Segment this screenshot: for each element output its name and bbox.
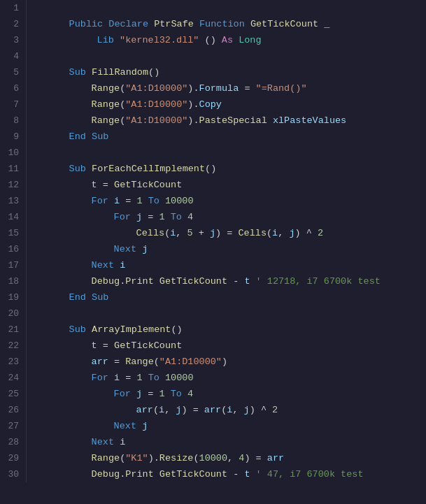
line-num-23: 23 <box>7 354 19 370</box>
code-line-2: Lib "kernel32.dll" () As Long <box>35 16 426 32</box>
line-num-9: 9 <box>7 129 19 145</box>
code-line-8: End Sub <box>35 113 426 129</box>
line-num-10: 10 <box>7 145 19 161</box>
code-line-30: End Sub <box>35 466 426 482</box>
code-editor: 1 2 3 4 5 6 7 8 9 10 11 12 13 14 15 16 1… <box>0 0 426 482</box>
line-num-21: 21 <box>7 322 19 338</box>
line-num-7: 7 <box>7 96 19 113</box>
code-content[interactable]: Public Declare PtrSafe Function GetTickC… <box>27 0 426 482</box>
line-num-12: 12 <box>7 177 19 193</box>
code-line-22: arr = Range("A1:D10000") <box>35 338 426 354</box>
code-line-24: For j = 1 To 4 <box>35 370 426 386</box>
code-line-19 <box>35 289 426 305</box>
code-line-7: Range("A1:D10000").PasteSpecial xlPasteV… <box>35 96 426 113</box>
code-line-9 <box>35 129 426 145</box>
code-line-10: Sub ForEachCellImplement() <box>35 145 426 161</box>
line-num-26: 26 <box>7 402 19 418</box>
code-line-23: For i = 1 To 10000 <box>35 354 426 370</box>
line-num-6: 6 <box>7 80 19 96</box>
code-line-13: For j = 1 To 4 <box>35 193 426 209</box>
line-num-30: 30 <box>7 466 19 482</box>
code-line-11: t = GetTickCount <box>35 161 426 177</box>
line-num-2: 2 <box>7 16 19 32</box>
line-num-14: 14 <box>7 209 19 225</box>
line-num-16: 16 <box>7 241 19 257</box>
line-num-17: 17 <box>7 257 19 273</box>
code-line-12: For i = 1 To 10000 <box>35 177 426 193</box>
line-num-22: 22 <box>7 338 19 354</box>
code-line-14: Cells(i, 5 + j) = Cells(i, j) ^ 2 <box>35 209 426 225</box>
line-num-1: 1 <box>7 0 19 16</box>
code-line-18: End Sub <box>35 273 426 289</box>
code-line-1: Public Declare PtrSafe Function GetTickC… <box>35 0 426 16</box>
line-num-4: 4 <box>7 48 19 64</box>
line-num-8: 8 <box>7 113 19 129</box>
line-num-28: 28 <box>7 434 19 450</box>
line-num-29: 29 <box>7 450 19 466</box>
line-num-20: 20 <box>7 305 19 322</box>
code-line-15: Next j <box>35 225 426 241</box>
code-line-28: Range("K1").Resize(10000, 4) = arr <box>35 434 426 450</box>
code-line-20: Sub ArrayImplement() <box>35 305 426 322</box>
code-line-25: arr(i, j) = arr(i, j) ^ 2 <box>35 386 426 402</box>
line-num-15: 15 <box>7 225 19 241</box>
line-numbers: 1 2 3 4 5 6 7 8 9 10 11 12 13 14 15 16 1… <box>0 0 27 482</box>
line-num-11: 11 <box>7 161 19 177</box>
line-num-5: 5 <box>7 64 19 80</box>
code-line-26: Next j <box>35 402 426 418</box>
code-line-29: Debug.Print GetTickCount - t ' 47, i7 67… <box>35 450 426 466</box>
code-line-5: Range("A1:D10000").Formula = "=Rand()" <box>35 64 426 80</box>
code-line-4: Sub FillRandom() <box>35 48 426 64</box>
line-num-25: 25 <box>7 386 19 402</box>
code-line-17: Debug.Print GetTickCount - t ' 12718, i7… <box>35 257 426 273</box>
code-line-3 <box>35 32 426 48</box>
line-num-3: 3 <box>7 32 19 48</box>
line-num-13: 13 <box>7 193 19 209</box>
code-line-27: Next i <box>35 418 426 434</box>
code-line-21: t = GetTickCount <box>35 322 426 338</box>
line-num-19: 19 <box>7 289 19 305</box>
line-num-27: 27 <box>7 418 19 434</box>
line-num-24: 24 <box>7 370 19 386</box>
code-line-16: Next i <box>35 241 426 257</box>
code-line-6: Range("A1:D10000").Copy <box>35 80 426 96</box>
line-num-18: 18 <box>7 273 19 289</box>
